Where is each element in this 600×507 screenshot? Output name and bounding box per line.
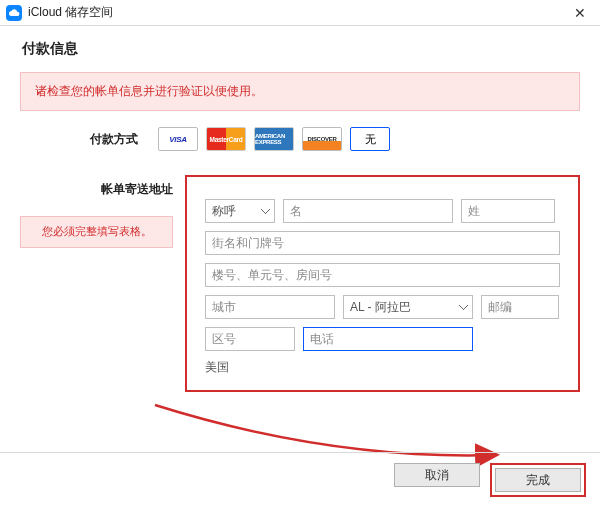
done-button-highlight: 完成 xyxy=(490,463,586,497)
billing-warning: 您必须完整填写表格。 xyxy=(20,216,173,248)
payment-method-row: 付款方式 VISA MasterCard AMERICAN EXPRESS DI… xyxy=(20,127,580,151)
city-input[interactable] xyxy=(205,295,335,319)
billing-form: 称呼 AL - 阿拉巴 美国 xyxy=(185,175,580,392)
billing-side: 帐单寄送地址 您必须完整填写表格。 xyxy=(20,175,185,392)
window-title: iCloud 储存空间 xyxy=(28,4,113,21)
lastname-input[interactable] xyxy=(461,199,555,223)
footer: 取消 完成 xyxy=(0,452,600,497)
billing-section-label: 帐单寄送地址 xyxy=(20,181,173,198)
payment-method-label: 付款方式 xyxy=(90,131,138,148)
titlebar: iCloud 储存空间 ✕ xyxy=(0,0,600,26)
state-select[interactable]: AL - 阿拉巴 xyxy=(343,295,473,319)
icloud-icon xyxy=(6,5,22,21)
page-heading: 付款信息 xyxy=(22,40,580,58)
done-button[interactable]: 完成 xyxy=(495,468,581,492)
card-none[interactable]: 无 xyxy=(350,127,390,151)
cancel-button[interactable]: 取消 xyxy=(394,463,480,487)
billing-section: 帐单寄送地址 您必须完整填写表格。 称呼 AL - 阿拉巴 xyxy=(20,175,580,392)
zip-input[interactable] xyxy=(481,295,559,319)
country-label: 美国 xyxy=(205,359,560,376)
verify-alert: 诸检查您的帐单信息并进行验证以便使用。 xyxy=(20,72,580,111)
content: 付款信息 诸检查您的帐单信息并进行验证以便使用。 付款方式 VISA Maste… xyxy=(0,26,600,392)
card-discover[interactable]: DISCOVER xyxy=(302,127,342,151)
firstname-input[interactable] xyxy=(283,199,453,223)
card-mastercard[interactable]: MasterCard xyxy=(206,127,246,151)
card-visa[interactable]: VISA xyxy=(158,127,198,151)
close-button[interactable]: ✕ xyxy=(560,0,600,26)
salutation-select[interactable]: 称呼 xyxy=(205,199,275,223)
areacode-input[interactable] xyxy=(205,327,295,351)
street-input[interactable] xyxy=(205,231,560,255)
unit-input[interactable] xyxy=(205,263,560,287)
card-amex[interactable]: AMERICAN EXPRESS xyxy=(254,127,294,151)
phone-input[interactable] xyxy=(303,327,473,351)
